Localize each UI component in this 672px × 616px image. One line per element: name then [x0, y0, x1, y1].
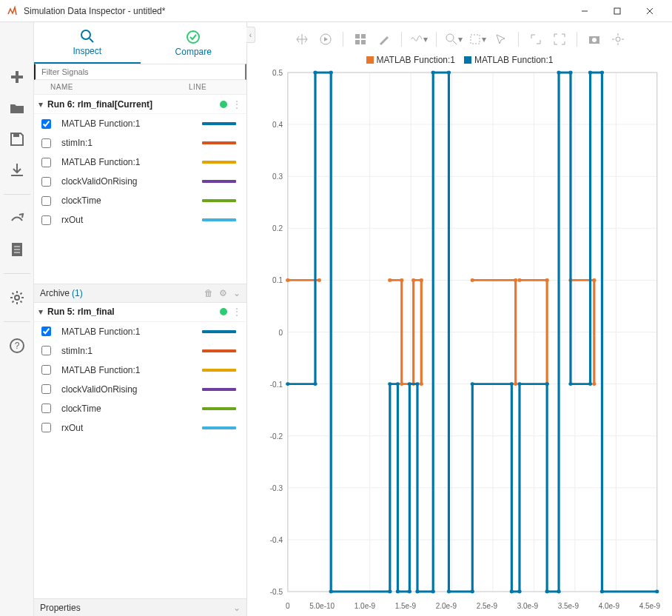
- x-tick: 4.0e-9: [599, 602, 619, 610]
- svg-point-90: [517, 382, 521, 386]
- minimize-button[interactable]: [568, 0, 601, 22]
- line-swatch-icon: [202, 330, 236, 333]
- close-button[interactable]: [634, 0, 666, 22]
- signal-row[interactable]: clockValidOnRising: [34, 172, 246, 191]
- clear-icon[interactable]: [374, 30, 394, 49]
- legend-swatch-1: [366, 56, 374, 64]
- line-swatch-icon: [202, 199, 236, 202]
- signal-checkbox[interactable]: [41, 215, 51, 225]
- svg-point-75: [396, 382, 400, 386]
- import-icon[interactable]: [7, 160, 27, 181]
- signal-row[interactable]: clockTime: [34, 191, 246, 210]
- signal-checkbox[interactable]: [41, 138, 51, 148]
- tab-compare[interactable]: Compare: [141, 22, 247, 64]
- svg-point-77: [408, 590, 411, 594]
- signal-name: MATLAB Function:1: [61, 327, 202, 337]
- svg-point-79: [415, 382, 419, 386]
- more-icon[interactable]: ⋮: [232, 99, 242, 110]
- svg-rect-6: [13, 133, 19, 137]
- line-swatch-icon: [202, 161, 236, 164]
- signal-name: MATLAB Function:1: [61, 365, 202, 375]
- compare-icon: [185, 29, 201, 45]
- svg-point-74: [388, 382, 392, 386]
- svg-point-11: [15, 295, 19, 300]
- collapse-panel-icon[interactable]: ‹: [246, 27, 255, 43]
- signal-checkbox[interactable]: [41, 196, 51, 206]
- signal-panel: Inspect Compare NAME LINE ▾ Run 6: rlm_f…: [34, 22, 247, 616]
- run-row-current[interactable]: ▾ Run 6: rlm_final[Current] ⋮: [34, 95, 246, 114]
- chevron-down-icon[interactable]: ⌄: [233, 288, 241, 298]
- fit-icon[interactable]: ▾: [468, 30, 487, 49]
- save-icon[interactable]: [7, 129, 27, 150]
- signal-checkbox[interactable]: [41, 384, 51, 394]
- zoom-icon[interactable]: ▾: [444, 30, 463, 49]
- chart[interactable]: 0.50.40.30.20.10-0.1-0.2-0.3-0.4-0.5: [252, 70, 660, 595]
- chevron-down-icon[interactable]: ⌄: [233, 603, 241, 613]
- signal-checkbox[interactable]: [41, 119, 51, 129]
- report-icon[interactable]: [7, 239, 27, 260]
- trash-icon[interactable]: 🗑: [204, 288, 213, 298]
- tab-inspect[interactable]: Inspect: [34, 22, 141, 64]
- chevron-down-icon: ▾: [38, 307, 47, 317]
- signal-checkbox[interactable]: [41, 423, 51, 432]
- svg-point-95: [568, 70, 572, 74]
- svg-point-69: [313, 382, 317, 386]
- inspect-icon: [79, 28, 95, 44]
- signal-checkbox[interactable]: [41, 177, 51, 187]
- fullscreen-icon[interactable]: [550, 30, 569, 49]
- svg-point-87: [510, 382, 514, 386]
- export-icon[interactable]: [7, 208, 27, 229]
- svg-point-70: [313, 70, 317, 74]
- svg-point-22: [446, 34, 454, 41]
- more-icon[interactable]: ⋮: [232, 307, 242, 317]
- play-icon[interactable]: [316, 30, 335, 49]
- signal-name: rxOut: [61, 215, 202, 225]
- pan-icon[interactable]: [292, 30, 312, 49]
- help-icon[interactable]: ?: [7, 335, 27, 356]
- line-swatch-icon: [202, 388, 236, 391]
- signal-row[interactable]: clockValidOnRising: [34, 380, 246, 399]
- signal-row[interactable]: clockTime: [34, 399, 246, 418]
- run-row-archive[interactable]: ▾ Run 5: rlm_final ⋮: [34, 303, 246, 322]
- gear-icon[interactable]: ⚙: [219, 288, 227, 298]
- signal-checkbox[interactable]: [41, 158, 51, 167]
- folder-icon[interactable]: [7, 98, 27, 118]
- svg-point-59: [471, 278, 474, 282]
- signal-row[interactable]: rxOut: [34, 418, 246, 438]
- expand-icon[interactable]: [526, 30, 545, 49]
- signal-type-icon[interactable]: ▾: [409, 30, 429, 49]
- svg-point-101: [655, 590, 659, 594]
- signal-row[interactable]: MATLAB Function:1: [34, 114, 246, 133]
- archive-bar[interactable]: Archive (1) 🗑 ⚙ ⌄: [34, 284, 246, 303]
- svg-text:?: ?: [14, 341, 19, 351]
- svg-point-52: [388, 278, 392, 282]
- signal-row[interactable]: MATLAB Function:1: [34, 153, 246, 172]
- svg-point-83: [447, 70, 451, 74]
- maximize-button[interactable]: [601, 0, 634, 22]
- signal-checkbox[interactable]: [41, 365, 51, 375]
- signal-row[interactable]: stimIn:1: [34, 133, 246, 153]
- svg-rect-24: [471, 35, 480, 44]
- svg-point-97: [588, 382, 592, 386]
- filter-input[interactable]: [34, 64, 246, 80]
- signal-row[interactable]: stimIn:1: [34, 341, 246, 361]
- gear-icon[interactable]: [608, 30, 628, 49]
- signal-checkbox[interactable]: [41, 404, 51, 413]
- line-swatch-icon: [202, 407, 236, 410]
- legend-swatch-2: [464, 56, 471, 64]
- grid-layout-icon[interactable]: [351, 30, 370, 49]
- signal-row[interactable]: MATLAB Function:1: [34, 322, 246, 341]
- signal-row[interactable]: MATLAB Function:1: [34, 361, 246, 380]
- properties-bar[interactable]: Properties ⌄: [34, 598, 246, 616]
- camera-icon[interactable]: [585, 30, 604, 49]
- signal-checkbox[interactable]: [41, 327, 51, 336]
- signal-checkbox[interactable]: [41, 346, 51, 355]
- svg-point-71: [329, 70, 333, 74]
- add-icon[interactable]: [7, 67, 27, 87]
- signal-name: rxOut: [61, 423, 202, 433]
- settings-icon[interactable]: [7, 287, 27, 308]
- cursor-icon[interactable]: [491, 30, 511, 49]
- x-tick: 2.5e-9: [477, 602, 497, 610]
- signal-row[interactable]: rxOut: [34, 210, 246, 230]
- svg-point-89: [517, 590, 521, 594]
